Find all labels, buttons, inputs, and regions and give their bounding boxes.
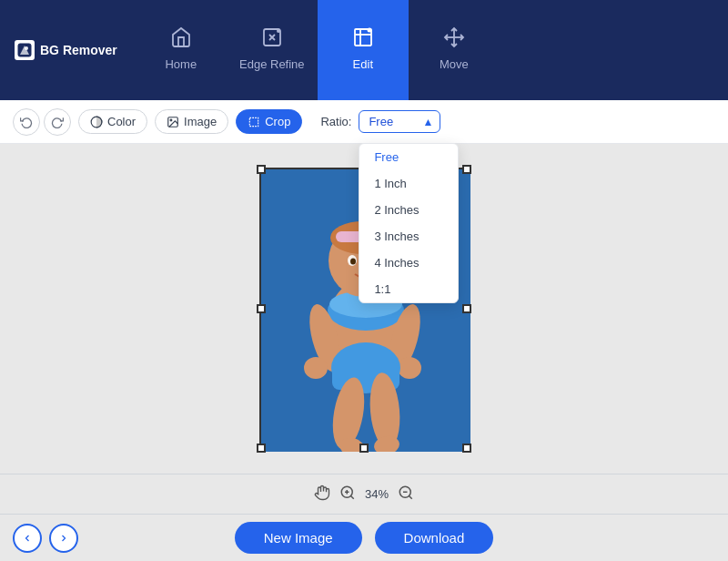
- zoom-out-icon[interactable]: [398, 484, 414, 505]
- footer: New Image Download: [0, 514, 728, 561]
- svg-point-28: [398, 357, 421, 379]
- edit-icon: [352, 26, 374, 52]
- svg-line-40: [410, 495, 412, 498]
- crop-label: Crop: [265, 115, 290, 128]
- ratio-label: Ratio:: [320, 115, 351, 128]
- svg-point-3: [277, 29, 280, 33]
- undo-button[interactable]: [13, 108, 40, 136]
- redo-button[interactable]: [44, 108, 71, 136]
- crop-handle-br[interactable]: [462, 444, 471, 453]
- ratio-option-1inch[interactable]: 1 Inch: [359, 170, 458, 197]
- svg-point-12: [170, 119, 172, 121]
- toolbar: Color Image Crop Ratio: Free 1 Inch 2 In…: [0, 100, 728, 144]
- nav-move-label: Move: [440, 57, 469, 71]
- undo-redo-group: [13, 108, 71, 136]
- ratio-option-4inches[interactable]: 4 Inches: [359, 250, 458, 276]
- crop-handle-tl[interactable]: [257, 165, 266, 174]
- zoom-percent: 34%: [365, 487, 389, 501]
- ratio-dropdown: Free 1 Inch 2 Inches 3 Inches 4 Inches 1…: [359, 143, 459, 303]
- nav-item-edge-refine[interactable]: Edge Refine: [227, 0, 318, 100]
- ratio-select-wrapper: Free 1 Inch 2 Inches 3 Inches 4 Inches 1…: [359, 110, 440, 133]
- ratio-option-free[interactable]: Free: [359, 144, 458, 170]
- svg-point-1: [25, 46, 28, 50]
- crop-handle-bm[interactable]: [359, 444, 369, 453]
- nav-items: Home Edge Refine Edit: [136, 0, 500, 100]
- crop-handle-tr[interactable]: [462, 165, 471, 174]
- app-logo: BG Remover: [15, 40, 117, 60]
- nav-edge-refine-label: Edge Refine: [239, 57, 305, 71]
- svg-rect-13: [250, 117, 258, 126]
- svg-point-7: [367, 28, 371, 33]
- svg-point-27: [304, 357, 328, 379]
- color-label: Color: [107, 115, 136, 128]
- zoom-bar: 34%: [0, 474, 728, 514]
- image-button[interactable]: Image: [155, 109, 228, 134]
- nav-forward-button[interactable]: [49, 524, 78, 553]
- crop-handle-ml[interactable]: [257, 304, 266, 313]
- color-button[interactable]: Color: [78, 109, 147, 134]
- app-title: BG Remover: [40, 43, 117, 57]
- ratio-option-1to1[interactable]: 1:1: [359, 276, 458, 302]
- hand-tool-icon[interactable]: [314, 484, 330, 505]
- edge-refine-icon: [261, 26, 283, 52]
- footer-nav: [13, 524, 78, 553]
- nav-item-edit[interactable]: Edit: [318, 0, 409, 100]
- nav-item-move[interactable]: Move: [409, 0, 500, 100]
- image-label: Image: [184, 115, 217, 128]
- nav-back-button[interactable]: [13, 524, 42, 553]
- logo-icon: [15, 40, 35, 60]
- nav-item-home[interactable]: Home: [136, 0, 227, 100]
- svg-point-23: [350, 259, 356, 265]
- new-image-button[interactable]: New Image: [235, 522, 362, 554]
- crop-button[interactable]: Crop: [236, 109, 302, 134]
- nav-edit-label: Edit: [353, 57, 373, 71]
- home-icon: [170, 26, 192, 52]
- navbar: BG Remover Home Edge Refine: [0, 0, 728, 100]
- crop-handle-mr[interactable]: [462, 304, 471, 313]
- ratio-option-2inches[interactable]: 2 Inches: [359, 197, 458, 223]
- move-icon: [443, 26, 465, 52]
- crop-handle-bl[interactable]: [257, 444, 266, 453]
- ratio-option-3inches[interactable]: 3 Inches: [359, 223, 458, 250]
- svg-line-36: [350, 495, 353, 498]
- zoom-in-icon[interactable]: [339, 484, 356, 505]
- nav-home-label: Home: [165, 57, 197, 71]
- ratio-select[interactable]: Free 1 Inch 2 Inches 3 Inches 4 Inches 1…: [359, 110, 440, 133]
- download-button[interactable]: Download: [375, 522, 494, 554]
